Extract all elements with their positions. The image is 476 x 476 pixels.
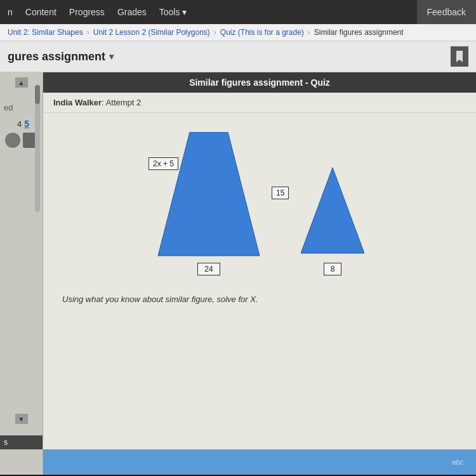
abc-label: abc	[452, 458, 463, 466]
breadcrumb-current: Similar figures assignment	[314, 28, 404, 37]
attempt-row: India Walker: Attempt 2	[43, 93, 476, 113]
triangle-wrapper: 15 8	[301, 168, 364, 275]
trapezoid-side-label: 2x + 5	[149, 157, 178, 170]
breadcrumb-quiz[interactable]: Quiz (This is for a grade)	[220, 28, 304, 37]
breadcrumb-unit2[interactable]: Unit 2: Similar Shapes	[8, 28, 83, 37]
left-sidebar: ▲ ed 4 5 ▼ s	[0, 72, 43, 475]
bottom-bar: abc	[43, 449, 476, 475]
scrollbar-track[interactable]	[35, 85, 40, 212]
trapezoid-shape	[155, 132, 263, 259]
attempt-label: Attempt 2	[106, 98, 142, 107]
bookmark-button[interactable]	[451, 46, 468, 67]
scrollbar-thumb[interactable]	[35, 85, 40, 104]
breadcrumb-lesson2[interactable]: Unit 2 Lesson 2 (Similar Polygons)	[93, 28, 210, 37]
nav-item-progress[interactable]: Progress	[69, 7, 105, 17]
svg-marker-0	[158, 132, 260, 256]
svg-marker-1	[301, 168, 364, 253]
nav-item-n[interactable]: n	[8, 7, 13, 17]
question-text: Using what you know about similar figure…	[62, 294, 258, 304]
page-title-row: gures assignment ▾	[0, 41, 476, 72]
sidebar-bottom-label: s	[0, 435, 43, 449]
nav-item-tools[interactable]: Tools ▾	[159, 7, 187, 17]
title-dropdown-icon[interactable]: ▾	[109, 51, 114, 62]
shapes-container: 2x + 5 24 15 8	[155, 132, 364, 275]
quiz-panel: Similar figures assignment - Quiz India …	[43, 72, 476, 475]
quiz-content: 2x + 5 24 15 8	[43, 113, 476, 449]
top-nav: n Content Progress Grades Tools ▾ Feedba…	[0, 0, 476, 24]
sidebar-number[interactable]: 5	[24, 119, 29, 129]
nav-item-grades[interactable]: Grades	[117, 7, 147, 17]
sidebar-icon-1[interactable]	[5, 133, 20, 148]
breadcrumb-sep-1: ›	[87, 28, 89, 37]
breadcrumb-sep-3: ›	[308, 28, 310, 37]
trapezoid-wrapper: 2x + 5 24	[155, 132, 263, 275]
breadcrumb-sep-2: ›	[214, 28, 216, 37]
feedback-button[interactable]: Feedback	[417, 0, 476, 24]
sidebar-number-prefix: 4	[17, 119, 22, 129]
triangle-bottom-label: 8	[324, 263, 342, 275]
triangle-shape	[301, 168, 364, 256]
trapezoid-bottom-label: 24	[197, 263, 220, 275]
breadcrumb: Unit 2: Similar Shapes › Unit 2 Lesson 2…	[0, 24, 476, 41]
main-area: ▲ ed 4 5 ▼ s Similar figures assignment …	[0, 72, 476, 475]
page-title: gures assignment ▾	[8, 50, 114, 63]
scroll-down-button[interactable]: ▼	[15, 414, 28, 424]
sidebar-icons	[5, 133, 38, 148]
student-name: India Walker	[53, 98, 102, 107]
scroll-up-button[interactable]: ▲	[15, 77, 28, 88]
nav-item-content[interactable]: Content	[25, 7, 56, 17]
quiz-header: Similar figures assignment - Quiz	[43, 72, 476, 93]
triangle-side-label: 15	[272, 187, 289, 199]
sidebar-text-ed: ed	[0, 103, 13, 112]
